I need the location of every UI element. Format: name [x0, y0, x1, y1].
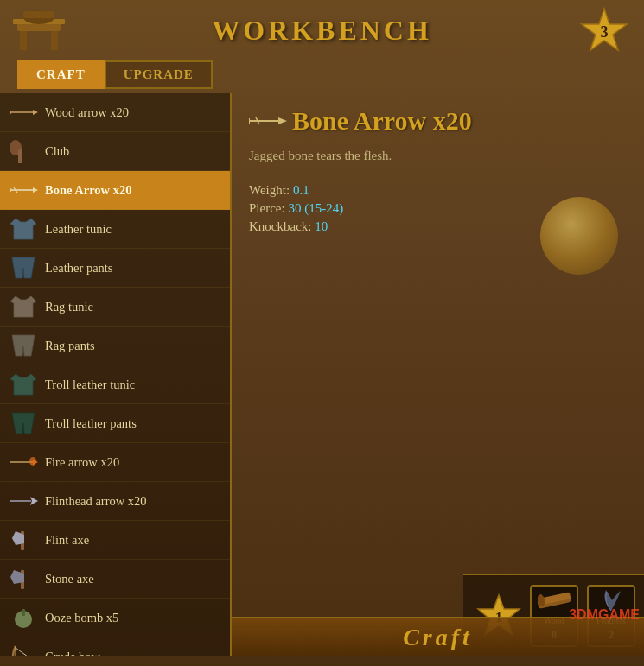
- item-label: Bone Arrow x20: [45, 183, 131, 198]
- item-icon-club: [9, 139, 38, 163]
- weight-stat: Weight: 0.1: [249, 183, 627, 198]
- list-item[interactable]: Troll leather pants: [0, 404, 230, 443]
- content: Wood arrow x20 Club: [0, 93, 644, 656]
- item-label: Club: [45, 144, 69, 159]
- list-item[interactable]: Fire arrow x20: [0, 443, 230, 482]
- list-item[interactable]: Rag tunic: [0, 288, 230, 327]
- item-label: Rag tunic: [45, 300, 93, 314]
- item-label: Ooze bomb x5: [45, 611, 118, 625]
- item-label: Rag pants: [45, 339, 95, 353]
- item-icon-rag-pants: [9, 333, 38, 358]
- knockback-value: 10: [315, 219, 328, 233]
- item-icon-bomb: [9, 606, 38, 630]
- item-label: Flinthead arrow x20: [45, 494, 147, 509]
- item-icon-fire-arrow: [9, 450, 38, 474]
- item-label: Leather pants: [45, 261, 113, 276]
- svg-rect-25: [22, 609, 25, 616]
- pierce-label: Pierce:: [249, 201, 285, 215]
- list-item[interactable]: Crude bow: [0, 637, 230, 656]
- svg-marker-9: [33, 110, 38, 115]
- item-label: Troll leather tunic: [45, 377, 135, 392]
- tab-upgrade[interactable]: UPGRADE: [105, 60, 213, 89]
- detail-title: Bone Arrow x20: [292, 106, 472, 136]
- tabs: CRAFT UPGRADE: [0, 60, 644, 89]
- item-icon-wood-arrow: [9, 100, 38, 124]
- item-icon-troll-tunic: [9, 372, 38, 396]
- item-icon-bone-arrow: [9, 178, 38, 202]
- item-icon-flint-axe: [9, 528, 38, 552]
- list-item[interactable]: Flint axe: [0, 521, 230, 560]
- svg-rect-1: [20, 31, 27, 50]
- weight-label: Weight:: [249, 183, 290, 197]
- item-icon-bow: [9, 644, 38, 656]
- watermark: 3DMGAME: [569, 607, 640, 623]
- decorative-orb: [540, 197, 618, 275]
- svg-line-27: [16, 648, 28, 656]
- item-icon-rag-tunic: [9, 295, 38, 319]
- list-item[interactable]: Flinthead arrow x20: [0, 482, 230, 521]
- svg-marker-30: [278, 117, 287, 124]
- item-icon-flint-arrow: [9, 489, 38, 513]
- detail-item-arrow-icon: [249, 112, 284, 130]
- list-item[interactable]: Rag pants: [0, 327, 230, 365]
- item-label: Crude bow: [45, 650, 100, 656]
- svg-point-19: [29, 457, 36, 466]
- item-label: Flint axe: [45, 533, 89, 548]
- item-label: Fire arrow x20: [45, 455, 119, 470]
- svg-rect-5: [23, 11, 54, 18]
- item-label: Troll leather pants: [45, 416, 137, 431]
- item-label: Wood arrow x20: [45, 105, 129, 120]
- item-label: Leather tunic: [45, 222, 112, 237]
- knockback-label: Knockback:: [249, 219, 311, 233]
- craft-button-label: Craft: [403, 624, 473, 651]
- workbench-icon: [13, 7, 65, 54]
- detail-header: Bone Arrow x20: [249, 106, 627, 136]
- item-icon-stone-axe: [9, 567, 38, 591]
- tab-craft[interactable]: CRAFT: [17, 60, 105, 89]
- level-badge-container: 3: [580, 7, 628, 59]
- svg-marker-21: [30, 497, 38, 505]
- header-title: WORKBENCH: [212, 15, 432, 47]
- svg-text:3: 3: [601, 23, 609, 41]
- svg-rect-12: [18, 149, 22, 163]
- list-item[interactable]: Club: [0, 132, 230, 171]
- list-item[interactable]: Wood arrow x20: [0, 93, 230, 132]
- item-icon-troll-pants: [9, 411, 38, 435]
- weight-value: 0.1: [293, 183, 309, 197]
- item-label: Stone axe: [45, 572, 94, 587]
- pierce-value: 30 (15-24): [288, 201, 343, 215]
- list-item[interactable]: Troll leather tunic: [0, 365, 230, 404]
- header: WORKBENCH 3: [0, 0, 644, 60]
- wood-icon: [535, 587, 573, 614]
- list-item[interactable]: Leather tunic: [0, 210, 230, 249]
- star-badge: 3: [580, 7, 628, 55]
- svg-rect-2: [51, 31, 58, 50]
- item-list: Wood arrow x20 Club: [0, 93, 232, 656]
- item-icon-pants: [9, 256, 38, 280]
- svg-marker-14: [33, 187, 38, 193]
- detail-description: Jagged bone tears the flesh.: [249, 146, 627, 166]
- list-item[interactable]: Stone axe: [0, 560, 230, 599]
- detail-panel: Bone Arrow x20 Jagged bone tears the fle…: [232, 93, 644, 656]
- item-icon-tunic: [9, 217, 38, 241]
- list-item[interactable]: Ooze bomb x5: [0, 599, 230, 637]
- main-container: WORKBENCH 3 CRAFT UPGRADE: [0, 0, 644, 666]
- list-item-bone-arrow[interactable]: Bone Arrow x20: [0, 171, 230, 210]
- list-item[interactable]: Leather pants: [0, 249, 230, 288]
